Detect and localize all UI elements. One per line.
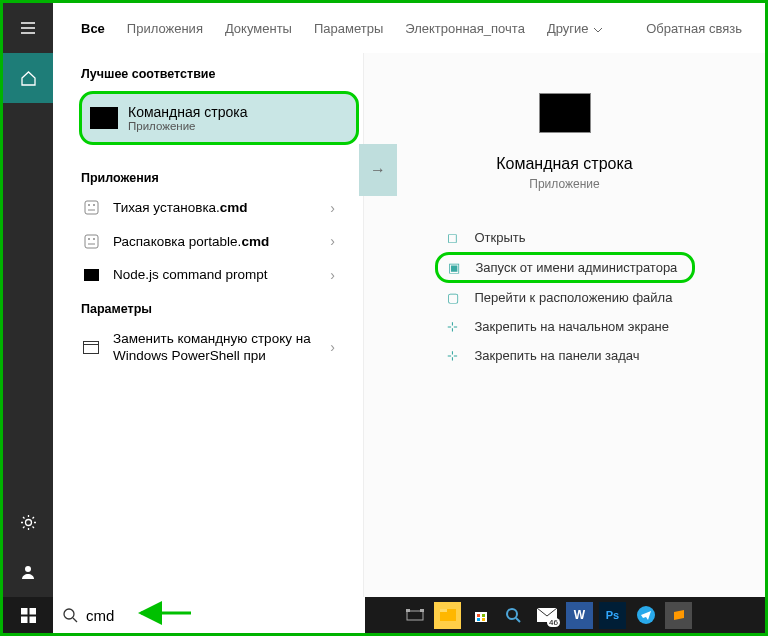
svg-point-24 xyxy=(507,609,517,619)
svg-rect-19 xyxy=(475,612,487,622)
preview-pane: Командная строка Приложение ◻Открыть ▣За… xyxy=(363,53,765,597)
best-match-header: Лучшее соответствие xyxy=(53,53,363,91)
params-header: Параметры xyxy=(53,292,363,322)
setting-result-row[interactable]: Заменить командную строку на Windows Pow… xyxy=(53,322,363,373)
tab-others[interactable]: Другие xyxy=(547,21,602,36)
action-open[interactable]: ◻Открыть xyxy=(435,223,695,252)
word-icon[interactable]: W xyxy=(566,602,593,629)
best-match-result[interactable]: Командная строка Приложение xyxy=(79,91,359,145)
expand-arrow-icon[interactable]: → xyxy=(359,144,397,196)
search-icon xyxy=(63,608,78,623)
results-column: Лучшее соответствие Командная строка При… xyxy=(53,53,363,597)
svg-rect-16 xyxy=(420,609,424,612)
svg-rect-21 xyxy=(482,614,485,617)
svg-rect-20 xyxy=(477,614,480,617)
pin-icon: ⊹ xyxy=(447,348,469,363)
svg-rect-22 xyxy=(477,618,480,621)
start-button[interactable] xyxy=(3,597,53,633)
best-match-subtitle: Приложение xyxy=(128,120,247,132)
script-icon xyxy=(81,200,101,215)
chevron-right-icon: › xyxy=(330,233,335,249)
tab-apps[interactable]: Приложения xyxy=(127,21,203,36)
svg-rect-18 xyxy=(440,609,447,612)
cmd-thumbnail-icon xyxy=(90,107,118,129)
taskbar: 46 W Ps xyxy=(3,597,765,633)
explorer-icon[interactable] xyxy=(434,602,461,629)
svg-rect-5 xyxy=(85,235,98,248)
tab-feedback[interactable]: Обратная связь xyxy=(646,21,742,36)
svg-point-7 xyxy=(93,238,95,240)
category-tabs: Все Приложения Документы Параметры Элект… xyxy=(53,3,765,53)
admin-icon: ▣ xyxy=(448,260,470,275)
tab-settings[interactable]: Параметры xyxy=(314,21,383,36)
home-icon[interactable] xyxy=(3,53,53,103)
search-box[interactable] xyxy=(53,597,365,633)
mail-icon[interactable]: 46 xyxy=(533,602,560,629)
left-rail xyxy=(3,3,53,597)
svg-rect-11 xyxy=(21,616,28,623)
telegram-icon[interactable] xyxy=(632,602,659,629)
tab-docs[interactable]: Документы xyxy=(225,21,292,36)
hamburger-icon[interactable] xyxy=(3,3,53,53)
chevron-right-icon: › xyxy=(330,267,335,283)
preview-title: Командная строка xyxy=(496,155,633,173)
svg-rect-2 xyxy=(85,201,98,214)
svg-point-3 xyxy=(88,204,90,206)
chevron-right-icon: › xyxy=(330,200,335,216)
task-view-icon[interactable] xyxy=(401,602,428,629)
taskbar-apps: 46 W Ps xyxy=(395,602,698,629)
app-result-row[interactable]: Распаковка portable.cmd › xyxy=(53,225,363,259)
open-icon: ◻ xyxy=(447,230,469,245)
preview-subtitle: Приложение xyxy=(529,177,599,191)
terminal-icon xyxy=(81,269,101,281)
svg-point-13 xyxy=(64,609,74,619)
svg-point-6 xyxy=(88,238,90,240)
folder-icon: ▢ xyxy=(447,290,469,305)
person-icon[interactable] xyxy=(3,547,53,597)
gear-icon[interactable] xyxy=(3,497,53,547)
tab-email[interactable]: Электронная_почта xyxy=(405,21,525,36)
svg-rect-15 xyxy=(406,609,410,612)
store-icon[interactable] xyxy=(467,602,494,629)
terminal-outline-icon xyxy=(81,341,101,354)
svg-rect-14 xyxy=(407,611,423,620)
svg-point-0 xyxy=(25,519,31,525)
chevron-right-icon: › xyxy=(330,339,335,355)
app-result-row[interactable]: Тихая установка.cmd › xyxy=(53,191,363,225)
svg-rect-12 xyxy=(29,616,36,623)
svg-rect-9 xyxy=(21,608,28,615)
search-input[interactable] xyxy=(86,607,355,624)
preview-thumbnail-icon xyxy=(539,93,591,133)
photoshop-icon[interactable]: Ps xyxy=(599,602,626,629)
action-run-admin[interactable]: ▣Запуск от имени администратора xyxy=(435,252,695,283)
svg-rect-8 xyxy=(84,341,99,353)
app-result-row[interactable]: Node.js command prompt › xyxy=(53,258,363,292)
pin-icon: ⊹ xyxy=(447,319,469,334)
more-icon[interactable]: ··· xyxy=(764,21,768,36)
action-open-location[interactable]: ▢Перейти к расположению файла xyxy=(435,283,695,312)
sublime-icon[interactable] xyxy=(665,602,692,629)
magnifier-icon[interactable] xyxy=(500,602,527,629)
svg-point-1 xyxy=(25,566,31,572)
apps-header: Приложения xyxy=(53,161,363,191)
script-icon xyxy=(81,234,101,249)
action-pin-taskbar[interactable]: ⊹Закрепить на панели задач xyxy=(435,341,695,370)
best-match-title: Командная строка xyxy=(128,104,247,120)
hint-arrow-icon xyxy=(133,603,193,623)
svg-rect-10 xyxy=(29,608,36,615)
svg-point-4 xyxy=(93,204,95,206)
action-pin-start[interactable]: ⊹Закрепить на начальном экране xyxy=(435,312,695,341)
svg-rect-23 xyxy=(482,618,485,621)
tab-all[interactable]: Все xyxy=(81,21,105,36)
